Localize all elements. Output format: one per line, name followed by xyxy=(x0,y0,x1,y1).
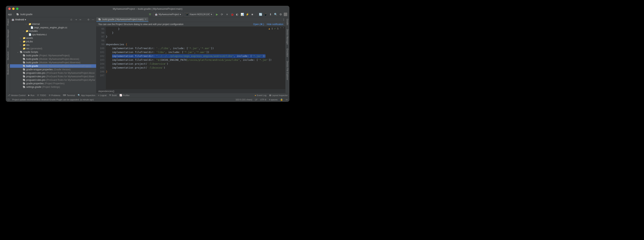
code-editor[interactable]: ▲1 ✔1 ˆ ˇ 959697989910010110210310410510… xyxy=(96,26,285,89)
hide-notification-link[interactable]: Hide notification xyxy=(267,23,283,26)
project-panel: 🤖 Android ▾ ⊙ ⇥ ⇤ ⚙ — ›📁internal📄zego_ex… xyxy=(10,17,96,93)
stop-button[interactable]: ■ xyxy=(250,12,254,16)
problems-icon: ⊘ xyxy=(49,94,50,96)
todo-icon: ☑ xyxy=(37,94,39,96)
version-control-tool-button[interactable]: ⎇Version Control xyxy=(8,94,26,96)
layout-inspector-tool-button[interactable]: ▦Layout Inspector xyxy=(269,94,288,96)
event-log-tool-button[interactable]: ●Event Log xyxy=(254,94,266,96)
tree-row[interactable]: 🐘build.gradle (Module: MyAwesomeProject.… xyxy=(10,64,96,68)
chevron-up-icon[interactable]: ˆ xyxy=(280,28,282,30)
hammer-build-icon[interactable]: ⚒ xyxy=(148,12,152,16)
run-tool-button[interactable]: ▶Run xyxy=(28,94,34,96)
close-window-button[interactable] xyxy=(8,8,11,10)
tab-menu-icon[interactable]: ⋮ xyxy=(282,17,285,22)
zoom-window-button[interactable] xyxy=(16,8,18,10)
collapse-all-icon[interactable]: ⇤ xyxy=(79,18,82,21)
minimize-window-button[interactable] xyxy=(12,8,14,10)
tree-row[interactable]: 📁res (generated) xyxy=(10,47,96,50)
attach-debugger-icon[interactable]: ⚡ xyxy=(245,12,249,16)
tree-row[interactable]: 📄cpu-features.c xyxy=(10,33,96,36)
expand-all-icon[interactable]: ⇥ xyxy=(74,18,78,21)
run-icon: ▶ xyxy=(28,94,30,96)
status-message[interactable]: Project update recommended: Android Grad… xyxy=(12,98,233,101)
tree-row[interactable]: 📄zego_express_engine_plugin.cc xyxy=(10,26,96,29)
tree-row[interactable]: 🐘gradle.properties (Project Properties) xyxy=(10,82,96,85)
file-encoding[interactable]: UTF-8 xyxy=(260,98,266,101)
caret-position[interactable]: 102:5 (101 chars) xyxy=(236,98,252,101)
tree-row[interactable]: 🐘build.gradle (Module: MyAwesomeProject.… xyxy=(10,57,96,61)
tree-row[interactable]: 🐘proguard-rules.pro (ProGuard Rules for … xyxy=(10,75,96,78)
gradle-file-icon: 🐘 xyxy=(16,13,19,16)
emulator-tool-button[interactable]: Emulator xyxy=(286,48,288,57)
sync-gradle-icon[interactable]: 🔄 xyxy=(258,12,262,16)
search-icon[interactable]: 🔍 xyxy=(274,12,278,16)
open-project-structure-link[interactable]: Open (⌘;) xyxy=(253,23,264,26)
editor-breadcrumb[interactable]: dependencies{} xyxy=(96,89,285,93)
todo-tool-button[interactable]: ☑TODO xyxy=(37,94,46,96)
debug-button[interactable]: 🐞 xyxy=(230,12,234,16)
project-panel-header: 🤖 Android ▾ ⊙ ⇥ ⇤ ⚙ — xyxy=(10,17,96,22)
terminal-tool-button[interactable]: ⌨Terminal xyxy=(63,94,75,96)
gradle-tool-button[interactable]: Gradle xyxy=(286,19,288,25)
project-tree[interactable]: ›📁internal📄zego_express_engine_plugin.cc… xyxy=(10,22,96,93)
resource-manager-tool-button[interactable]: Resource Manager xyxy=(7,29,9,48)
settings-icon[interactable]: ⚙ xyxy=(279,12,282,16)
app-inspection-tool-button[interactable]: 🔍App Inspection xyxy=(78,94,95,96)
device-selector[interactable]: 📱 Xiaomi M2012K10C ▾ xyxy=(184,12,214,16)
hide-panel-icon[interactable]: — xyxy=(92,18,94,21)
apply-code-changes-icon[interactable]: ≡ xyxy=(225,12,229,16)
phone-icon: 📱 xyxy=(186,13,188,16)
tree-row[interactable]: ›📁res xyxy=(10,43,96,47)
problems-tool-button[interactable]: ⊘Problems xyxy=(49,94,60,96)
tree-row[interactable]: ›📁internal xyxy=(10,22,96,26)
left-tool-stripe: Project Resource Manager Structure Bookm… xyxy=(6,17,10,93)
sdk-manager-icon[interactable]: ⬇ xyxy=(268,12,272,16)
run-config-selector[interactable]: 🤖 MyAwesomeProject ▾ xyxy=(153,12,183,16)
apply-changes-icon[interactable]: ⟳ xyxy=(220,12,224,16)
project-tool-button[interactable]: Project xyxy=(7,19,9,26)
tree-row[interactable]: ⌄🐘Gradle Scripts xyxy=(10,50,96,54)
close-tab-icon[interactable]: ✕ xyxy=(145,18,146,20)
tree-row[interactable]: 🐘build.gradle (Project: MyAwesomeProject… xyxy=(10,54,96,57)
coverage-icon[interactable]: ◐ xyxy=(235,12,239,16)
profile-icon[interactable]: 📊 xyxy=(240,12,244,16)
editor-gutter[interactable]: 9596979899100101102103104105106107 xyxy=(96,26,106,89)
tree-row[interactable]: ›📁assets xyxy=(10,36,96,40)
chevron-down-icon: ▾ xyxy=(211,13,212,16)
read-only-icon[interactable]: 🔓 xyxy=(280,98,283,101)
profiler-tool-button[interactable]: 📈Profiler xyxy=(120,94,130,96)
tree-row[interactable]: ›📁jniLibs xyxy=(10,40,96,43)
structure-tool-button[interactable]: Structure xyxy=(7,52,9,60)
bookmarks-tool-button[interactable]: Bookmarks xyxy=(7,64,9,74)
device-file-explorer-tool-button[interactable]: Device File Explorer xyxy=(286,61,288,80)
chevron-down-icon[interactable]: ˇ xyxy=(283,28,284,30)
tree-row[interactable]: 🐘build.gradle (Module: MyAwesomeProject.… xyxy=(10,61,96,64)
avd-manager-icon[interactable]: 📱 xyxy=(264,12,268,16)
run-button[interactable]: ▶ xyxy=(215,12,219,16)
tree-row[interactable]: 🐘proguard-rules.pro (ProGuard Rules for … xyxy=(10,71,96,75)
tree-row[interactable]: ›📁includes xyxy=(10,29,96,33)
indent-settings[interactable]: 4 spaces xyxy=(269,98,278,101)
android-icon: 🤖 xyxy=(155,13,158,16)
breadcrumb-app[interactable]: app xyxy=(8,13,12,16)
android-icon: 🤖 xyxy=(12,18,14,21)
status-icon[interactable]: ▢ xyxy=(8,98,10,101)
logcat-tool-button[interactable]: ≡Logcat xyxy=(98,94,106,96)
line-separator[interactable]: LF xyxy=(255,98,258,101)
banner-message: You can use the Project Structure dialog… xyxy=(98,23,250,26)
build-tool-button[interactable]: ⚒Build xyxy=(109,94,116,96)
tree-row[interactable]: 🐘proguard-rules.pro (ProGuard Rules for … xyxy=(10,78,96,82)
editor-tab[interactable]: 🐘 build.gradle (:MyAwesomeProject:main) … xyxy=(96,17,148,22)
memory-indicator[interactable]: ▭ xyxy=(286,98,288,101)
tree-row[interactable]: 🐘gradle-wrapper.properties (Gradle Versi… xyxy=(10,68,96,71)
project-view-selector[interactable]: 🤖 Android ▾ xyxy=(12,18,68,21)
run-config-name: MyAwesomeProject xyxy=(158,13,179,16)
code-content[interactable]: } }} dependencies { implementation fileT… xyxy=(106,26,285,89)
tree-row[interactable]: 🐘settings.gradle (Project Settings) xyxy=(10,85,96,89)
user-icon[interactable] xyxy=(284,12,287,16)
inspection-widget[interactable]: ▲1 ✔1 ˆ ˇ xyxy=(268,28,284,30)
device-manager-tool-button[interactable]: Device Manager xyxy=(286,29,288,45)
breadcrumb-file[interactable]: build.gradle xyxy=(20,13,32,16)
select-opened-file-icon[interactable]: ⊙ xyxy=(70,18,73,21)
panel-settings-icon[interactable]: ⚙ xyxy=(87,18,90,21)
